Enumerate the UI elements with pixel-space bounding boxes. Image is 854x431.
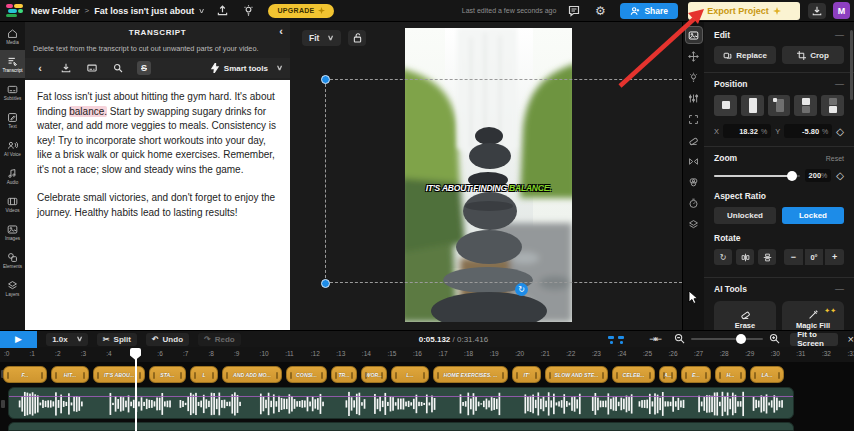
y-input[interactable]: -5.80% [784, 124, 832, 138]
strip-adjust[interactable] [685, 68, 703, 86]
subtitle-clip[interactable]: CONSI... [286, 366, 327, 383]
fit-to-screen-button[interactable]: Fit to Screen [790, 333, 837, 346]
playback-speed-button[interactable]: 1.0x∨ [46, 333, 88, 346]
close-icon[interactable]: × [848, 333, 854, 345]
selection-handle-bottom-left[interactable] [321, 279, 330, 288]
upload-icon[interactable] [214, 3, 230, 19]
position-preset-center[interactable] [714, 95, 737, 116]
sidebar-item-layers[interactable]: Layers [0, 274, 25, 302]
fit-selection-icon[interactable]: ⇥⇤ [649, 334, 660, 344]
timeline-ruler[interactable]: :0:1:2:3:4:5:6:7:8:9:10:11:12:13:14:15:1… [0, 347, 854, 362]
zoom-out-icon[interactable] [674, 330, 685, 348]
subtitle-clip[interactable]: HOME EXERCISES. ... [433, 366, 508, 383]
zoom-slider[interactable] [714, 175, 800, 177]
position-preset-bottom[interactable] [821, 95, 844, 116]
sidebar-item-subtitles[interactable]: Subtitles [0, 78, 25, 106]
transcript-text[interactable]: Fat loss isn't just about hitting the gy… [25, 80, 290, 330]
rotate-minus-button[interactable]: − [784, 249, 803, 265]
keyframe-diamond-icon[interactable]: ◇ [836, 126, 844, 137]
gear-icon[interactable]: ⚙ [592, 3, 608, 19]
aspect-locked-button[interactable]: Locked [782, 207, 844, 224]
sidebar-item-ai-voice[interactable]: AI Voice [0, 134, 25, 162]
strip-position[interactable] [685, 47, 703, 65]
subtitle-clip[interactable]: IT'S ABOU... [93, 366, 145, 383]
strip-filters[interactable] [685, 89, 703, 107]
strip-speed[interactable] [685, 194, 703, 212]
timeline-markers-toggle[interactable] [608, 334, 619, 344]
captions-icon[interactable] [85, 61, 99, 75]
rotate-angle-value[interactable]: 0° [805, 249, 824, 265]
strip-media-properties[interactable] [685, 26, 703, 44]
position-preset-top[interactable] [794, 95, 817, 116]
sidebar-item-elements[interactable]: Elements [0, 246, 25, 274]
sidebar-item-images[interactable]: Images [0, 218, 25, 246]
subtitle-clip[interactable]: IT' [512, 366, 541, 383]
sidebar-item-videos[interactable]: Videos [0, 190, 25, 218]
redo-button[interactable]: ↷Redo [198, 333, 241, 346]
track-handle[interactable] [1, 400, 5, 408]
minimize-icon[interactable]: — [835, 284, 844, 294]
subtitle-clip[interactable]: LA... [750, 366, 784, 383]
strip-flip[interactable] [685, 152, 703, 170]
position-preset-fill-vertical[interactable] [741, 95, 764, 116]
sidebar-item-audio[interactable]: Audio [0, 162, 25, 190]
keyframe-diamond-icon[interactable]: ◇ [836, 170, 844, 181]
audio-video-track[interactable] [8, 387, 794, 419]
rotate-plus-button[interactable]: + [825, 249, 844, 265]
crop-button[interactable]: Crop [782, 46, 844, 64]
share-button[interactable]: Share [620, 3, 678, 19]
sidebar-item-text[interactable]: Text [0, 106, 25, 134]
split-button[interactable]: ✂Split [97, 333, 137, 346]
playhead[interactable] [135, 349, 137, 431]
subtitle-clip[interactable]: CELEB... [612, 366, 655, 383]
export-project-button[interactable]: Export Project [688, 2, 800, 20]
minimize-icon[interactable]: — [835, 30, 844, 40]
highlighted-word[interactable]: balance. [69, 106, 107, 117]
subtitle-clip[interactable]: F... [3, 366, 47, 383]
back-icon[interactable]: ‹ [33, 61, 47, 75]
panel-scrollbar[interactable] [850, 30, 853, 100]
subtitle-clip[interactable]: WOR... [361, 366, 387, 383]
canvas-zoom-fit-button[interactable]: Fit ∨ [302, 30, 341, 46]
minimize-icon[interactable]: — [835, 79, 844, 89]
subtitle-clip[interactable]: AND ADD MO... [222, 366, 282, 383]
subtitle-clip[interactable]: HIT... [51, 366, 89, 383]
preview-canvas[interactable]: Fit ∨ [290, 22, 682, 330]
strip-erase[interactable] [685, 131, 703, 149]
search-icon[interactable] [111, 61, 125, 75]
undo-button[interactable]: ↶Undo [146, 333, 189, 346]
sidebar-item-transcript[interactable]: Transcript [0, 50, 25, 78]
rotate-handle[interactable]: ↻ [515, 283, 528, 296]
zoom-reset-button[interactable]: Reset [826, 155, 844, 162]
subtitle-clip[interactable]: H... [715, 366, 746, 383]
timeline-zoom-slider[interactable] [691, 338, 763, 340]
breadcrumb-folder[interactable]: New Folder [31, 6, 80, 16]
strip-layers[interactable] [685, 215, 703, 233]
strip-color[interactable] [685, 173, 703, 191]
smart-tools-button[interactable]: Smart tools ∨ [210, 63, 282, 73]
app-logo-icon[interactable] [6, 4, 23, 17]
flip-horizontal-button[interactable] [736, 249, 754, 265]
collapse-panel-icon[interactable]: ‹ [279, 25, 283, 37]
project-title[interactable]: Fat loss isn't just about [94, 6, 194, 16]
subtitle-clip[interactable]: SLOW AND STE... [545, 366, 608, 383]
subtitle-clip[interactable]: E... [681, 366, 711, 383]
comments-icon[interactable] [566, 3, 582, 19]
subtitle-clip[interactable]: L... [391, 366, 429, 383]
upgrade-button[interactable]: UPGRADE [268, 4, 333, 18]
position-preset-top-left[interactable] [768, 95, 791, 116]
strip-resize[interactable] [685, 110, 703, 128]
subtitle-clip[interactable]: STA... [149, 366, 186, 383]
subtitle-clip[interactable]: L [190, 366, 218, 383]
rotate-90-button[interactable]: ↻ [714, 249, 732, 265]
user-avatar[interactable]: M [833, 2, 850, 19]
subtitle-clip[interactable]: A... [659, 366, 677, 383]
replace-button[interactable]: Replace [714, 46, 776, 64]
subtitle-clip[interactable]: TR... [331, 366, 357, 383]
flip-vertical-button[interactable] [758, 249, 776, 265]
download-transcript-icon[interactable] [59, 61, 73, 75]
strikethrough-icon[interactable]: S [137, 61, 151, 75]
secondary-track[interactable] [8, 422, 794, 431]
idea-lamp-icon[interactable] [240, 3, 256, 19]
canvas-lock-button[interactable] [348, 30, 366, 46]
